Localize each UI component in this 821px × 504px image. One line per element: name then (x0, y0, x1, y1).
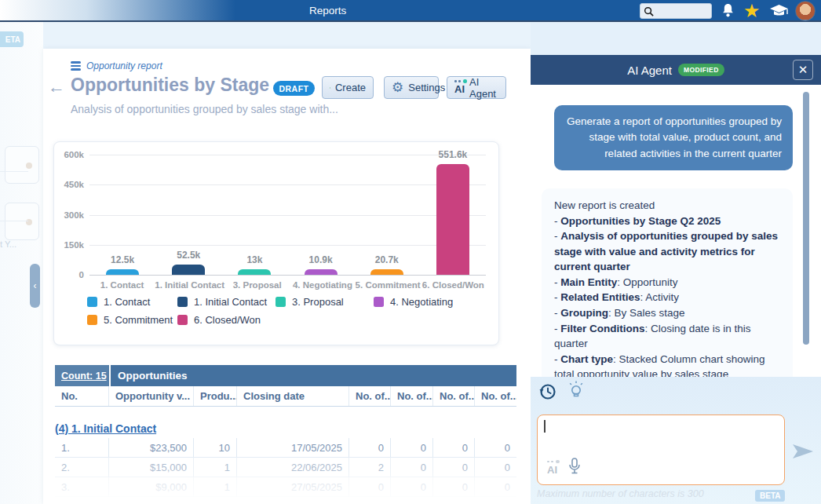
user-avatar[interactable] (795, 1, 816, 21)
report-title: Opportunities by Stage ... (71, 75, 290, 96)
table-group-link[interactable]: (4) 1. Initial Contact (55, 422, 516, 435)
ai-chat-area: Generate a report of opportunities group… (531, 85, 821, 377)
column-header[interactable]: No. (55, 386, 109, 406)
x-axis-category-label: 5. Commitment (356, 280, 421, 290)
column-header-label: No. of... (356, 390, 391, 402)
report-list-icon (71, 61, 81, 71)
plus-icon (330, 82, 330, 93)
table-count-link[interactable]: Count: 15 (55, 365, 109, 386)
column-header-label: Opportunity v... (115, 390, 190, 402)
x-axis-category-label: 6. Closed/Won (421, 280, 486, 290)
table-row[interactable]: 3.$9,000127/05/20250000 (55, 477, 516, 497)
learning-graduation-cap-icon[interactable] (769, 5, 789, 18)
microphone-icon[interactable] (568, 458, 581, 478)
suggestions-lightbulb-icon[interactable] (567, 381, 586, 404)
chevron-left-icon: ‹ (34, 280, 37, 291)
legend-label: 6. Closed/Won (194, 314, 261, 326)
ai-response-line: - Main Entity: Opportunity (554, 275, 780, 290)
ai-response-line: - Analysis of opportunities grouped by s… (554, 228, 780, 275)
legend-label: 1. Initial Contact (194, 296, 267, 308)
collapsed-sidebar: ETA t Y... ‹ (0, 22, 43, 504)
page-title: Reports (309, 5, 346, 16)
bar-value-label: 12.5k (111, 254, 134, 265)
table-cell: 0 (475, 458, 516, 477)
history-icon[interactable] (539, 383, 556, 404)
ai-prompt-input[interactable]: AI (537, 415, 785, 485)
table-row[interactable]: 1.$23,5001017/05/20250000 (55, 438, 516, 458)
bar-1. Initial Contact[interactable] (172, 265, 205, 275)
bar-1. Contact[interactable] (106, 269, 139, 275)
x-axis-category-label: 3. Proposal (224, 280, 290, 290)
bar-6. Closed/Won[interactable] (436, 164, 469, 275)
legend-item[interactable]: 6. Closed/Won (177, 314, 275, 326)
send-icon[interactable] (791, 441, 815, 465)
column-header[interactable]: Produ... (194, 386, 237, 406)
legend-swatch (374, 297, 384, 307)
settings-button[interactable]: ⚙ Settings (384, 76, 439, 99)
app-root: Reports ★ ETA t Y. (0, 0, 821, 504)
search-input[interactable] (640, 3, 712, 19)
bar-3. Proposal[interactable] (238, 269, 271, 275)
ai-agent-button[interactable]: AI AI Agent (447, 76, 506, 99)
bar-value-label: 13k (246, 254, 262, 265)
bar-slot: 551.6k (420, 155, 486, 275)
sidebar-faded-tile (5, 203, 39, 240)
legend-item[interactable]: 1. Initial Contact (177, 296, 275, 308)
table-cell: 1 (194, 458, 237, 477)
column-header[interactable]: No. of... (433, 386, 475, 406)
column-header-label: Produ... (200, 390, 237, 402)
ai-response-card: New report is created- Opportunities by … (542, 188, 793, 392)
table-cell: 0 (391, 477, 433, 496)
ai-panel-title: AI Agent (627, 64, 672, 77)
status-badge: DRAFT (273, 81, 315, 96)
table-cell: 2. (55, 458, 109, 477)
bar-5. Commitment[interactable] (370, 269, 403, 275)
table-header-row: No.Opportunity v...▼Produ...Closing date… (55, 386, 516, 407)
table-cell: 10 (194, 438, 237, 457)
y-axis-tick-label: 0 (54, 270, 84, 279)
x-axis-category-label: 4. Negotiating (290, 280, 355, 290)
column-header-label: Closing date (243, 390, 305, 402)
modified-badge: MODIFIED (678, 64, 724, 76)
user-message-bubble: Generate a report of opportunities group… (554, 105, 793, 170)
panel-scrollbar[interactable] (803, 92, 809, 345)
bar-value-label: 10.9k (309, 254, 333, 265)
ai-logo-icon: AI (547, 461, 557, 476)
column-header[interactable]: No. of... (475, 386, 516, 406)
legend-label: 1. Contact (104, 296, 150, 308)
ai-response-line: New report is created (554, 198, 780, 214)
legend-label: 4. Negotiating (390, 296, 453, 308)
legend-item[interactable]: 3. Proposal (275, 296, 374, 308)
table-cell: 0 (391, 458, 433, 477)
legend-swatch (87, 315, 97, 325)
favorites-star-icon[interactable]: ★ (743, 0, 761, 22)
column-header[interactable]: No. of... (391, 386, 433, 406)
back-button[interactable]: ← (48, 77, 65, 97)
table-cell: $23,500 (109, 438, 194, 457)
ai-agent-panel: AI Agent MODIFIED ✕ Generate a report of… (531, 22, 821, 504)
column-header[interactable]: Closing date (237, 386, 349, 406)
legend-item[interactable]: 1. Contact (87, 296, 177, 308)
column-header[interactable]: Opportunity v...▼ (109, 386, 194, 406)
notifications-bell-icon[interactable] (721, 3, 735, 18)
close-icon[interactable]: ✕ (793, 60, 813, 80)
table-row[interactable]: 2.$15,000122/06/20252000 (55, 458, 516, 477)
ai-input-section: AI Maximum number of char (531, 377, 821, 504)
bar-4. Negotiating[interactable] (305, 269, 338, 275)
table-cell: 0 (349, 438, 391, 457)
breadcrumb[interactable]: Opportunity report (71, 60, 162, 71)
breadcrumb-label: Opportunity report (86, 60, 162, 71)
ai-response-line: - Grouping: By Sales stage (554, 305, 780, 321)
column-header[interactable]: No. of... (349, 386, 391, 406)
column-header-label: No. (61, 390, 78, 402)
legend-item[interactable]: 5. Commitment (87, 314, 177, 326)
legend-item[interactable]: 4. Negotiating (374, 296, 487, 308)
create-button[interactable]: Create (322, 76, 374, 99)
column-header-label: No. of... (397, 390, 433, 402)
report-subtitle: Analysis of opportunities grouped by sal… (71, 103, 338, 115)
sidebar-faded-tile (5, 146, 39, 184)
bar-slot: 20.7k (354, 155, 420, 275)
column-header-label: No. of... (440, 390, 475, 402)
sidebar-collapse-handle[interactable]: ‹ (30, 264, 40, 308)
table-cell: 0 (433, 438, 475, 457)
